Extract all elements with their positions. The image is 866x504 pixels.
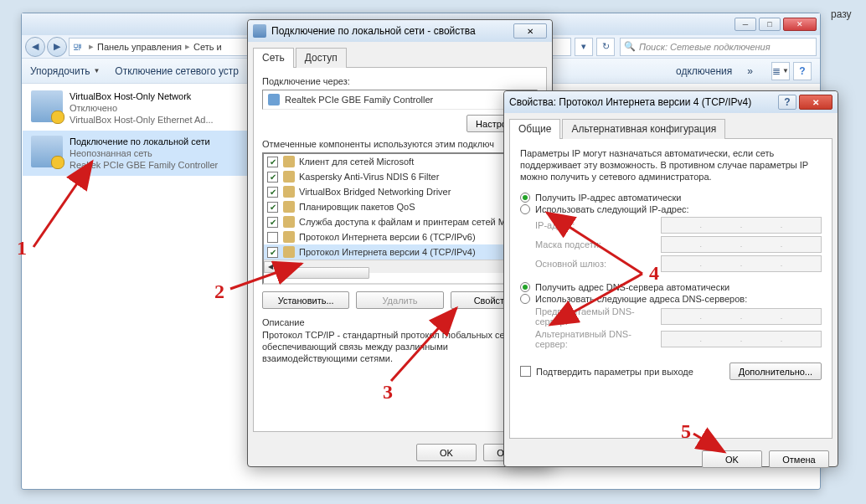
ip-input[interactable]: ... [661,217,822,234]
crumb-sep-icon: ▸ [89,41,94,52]
network-adapter-icon [31,90,63,122]
dns2-input[interactable]: ... [661,331,822,347]
component-item[interactable]: Протокол Интернета версии 6 (TCP/IPv6) [264,229,536,244]
search-placeholder: Поиск: Сетевые подключения [639,42,771,52]
checkbox[interactable] [267,232,278,243]
connection-adapter: VirtualBox Host-Only Ethernet Ad... [70,114,214,126]
search-icon: 🔍 [624,41,636,52]
gateway-input[interactable]: ... [661,255,822,272]
tab-general-pane: Параметры IP могут назначаться автоматич… [509,139,832,439]
close-button[interactable]: ✕ [783,18,817,31]
checkbox[interactable]: ✔ [267,187,278,198]
step-number-5: 5 [681,420,691,443]
computer-icon: 🖳 [73,42,82,52]
view-button[interactable]: ≣▼ [771,62,790,80]
component-item[interactable]: ✔Планировщик пакетов QoS [264,199,536,214]
checkbox[interactable]: ✔ [267,157,278,167]
radio-icon [520,282,530,292]
radio-dns-auto[interactable]: Получить адрес DNS-сервера автоматически [520,282,822,292]
tab-network[interactable]: Сеть [253,48,294,68]
component-item[interactable]: ✔VirtualBox Bridged Networking Driver [264,184,536,199]
tab-general[interactable]: Общие [509,119,560,139]
description-text: Протокол TCP/IP - стандартный протокол г… [262,329,538,364]
tab-alternate[interactable]: Альтернативная конфигурация [562,119,725,139]
ok-button[interactable]: OK [416,444,477,461]
radio-ip-auto[interactable]: Получить IP-адрес автоматически [520,193,822,203]
dns1-input[interactable]: ... [661,308,822,325]
gateway-label: Основной шлюз: [535,259,661,269]
adapter-name: Realtek PCIe GBE Family Controller [285,95,433,105]
connection-status: Отключено [70,102,214,114]
component-icon [283,186,295,198]
step-number-1: 1 [17,237,27,260]
component-icon [283,201,295,213]
dialog-button-row: OK Отмена [504,444,838,475]
install-button[interactable]: Установить... [262,291,349,309]
help-button[interactable]: ? [793,62,812,80]
components-list[interactable]: ✔Клиент для сетей Microsoft ✔Kaspersky A… [262,152,538,285]
component-item[interactable]: ✔Клиент для сетей Microsoft [264,154,536,169]
tab-access[interactable]: Доступ [296,48,347,68]
component-item[interactable]: ✔Kaspersky Anti-Virus NDIS 6 Filter [264,169,536,184]
advanced-button[interactable]: Дополнительно... [729,363,822,380]
description-label: Описание [262,317,538,327]
back-button[interactable]: ◀ [25,37,45,57]
tabstrip: Общие Альтернативная конфигурация [509,118,832,139]
radio-icon [520,193,530,203]
forward-button[interactable]: ▶ [47,37,67,57]
radio-ip-manual[interactable]: Использовать следующий IP-адрес: [520,204,822,214]
close-button[interactable]: ✕ [513,23,547,39]
dialog-title: Свойства: Протокол Интернета версии 4 (T… [509,96,751,108]
dns1-field-row: Предпочитаемый DNS-сервер:... [535,306,822,327]
intro-text: Параметры IP могут назначаться автоматич… [520,147,822,183]
component-icon [283,246,295,258]
cancel-button[interactable]: Отмена [769,450,829,468]
mask-label: Маска подсети: [535,239,661,249]
tcpip-properties-dialog: Свойства: Протокол Интернета версии 4 (T… [503,90,838,467]
help-button[interactable]: ? [778,95,796,110]
checkbox[interactable]: ✔ [267,247,278,258]
toolbar-overflow[interactable]: » [747,65,753,77]
checkbox[interactable]: ✔ [267,202,278,213]
disable-device-button[interactable]: Отключение сетевого устр [115,65,239,77]
component-icon [283,231,295,243]
components-label: Отмеченные компоненты используются этим … [262,139,538,149]
minimize-button[interactable]: ─ [735,18,756,31]
horizontal-scrollbar[interactable]: ◀ ▶ [264,260,536,273]
connection-name: VirtualBox Host-Only Network [70,90,214,102]
close-button[interactable]: ✕ [799,95,832,110]
checkbox[interactable]: ✔ [267,172,278,183]
refresh-button[interactable]: ↻ [596,38,615,56]
crumb-sep-icon: ▸ [185,41,190,52]
dialog-titlebar: Свойства: Протокол Интернета версии 4 (T… [504,91,838,113]
ip-label: IP-адрес: [535,220,661,230]
scroll-left-icon[interactable]: ◀ [264,261,277,273]
mask-input[interactable]: ... [661,236,822,253]
radio-dns-manual[interactable]: Использовать следующие адреса DNS-сервер… [520,294,822,304]
scroll-thumb[interactable] [277,267,369,279]
organize-button[interactable]: Упорядочить▼ [30,65,100,77]
tabstrip: Сеть Доступ [253,47,547,68]
checkbox-icon [520,366,531,377]
diagnose-button[interactable]: одключения [676,65,732,77]
validate-checkbox[interactable]: Подтвердить параметры при выходе [520,366,693,377]
adapter-field: Realtek PCIe GBE Family Controller [262,90,538,110]
ip-field-row: IP-адрес:... [535,217,822,234]
uninstall-button[interactable]: Удалить [356,291,443,309]
maximize-button[interactable]: □ [759,18,781,31]
crumb-sub[interactable]: Сеть и [193,42,222,52]
dns2-field-row: Альтернативный DNS-сервер:... [535,329,822,349]
component-icon [283,156,295,167]
component-item-tcpipv4[interactable]: ✔Протокол Интернета версии 4 (TCP/IPv4) [264,244,536,260]
step-number-4: 4 [649,262,659,285]
component-item[interactable]: ✔Служба доступа к файлам и принтерам сет… [264,214,536,229]
checkbox[interactable]: ✔ [267,217,278,228]
history-dropdown[interactable]: ▾ [575,38,593,56]
crumb-root[interactable]: Панель управления [97,42,182,52]
dialog-title: Подключение по локальной сети - свойства [271,25,476,37]
network-adapter-icon [31,136,63,167]
connection-adapter: Realtek PCIe GBE Family Controller [70,159,218,171]
dialog-titlebar: Подключение по локальной сети - свойства… [248,20,552,42]
search-input[interactable]: 🔍 Поиск: Сетевые подключения [620,38,817,56]
ok-button[interactable]: OK [702,450,762,468]
